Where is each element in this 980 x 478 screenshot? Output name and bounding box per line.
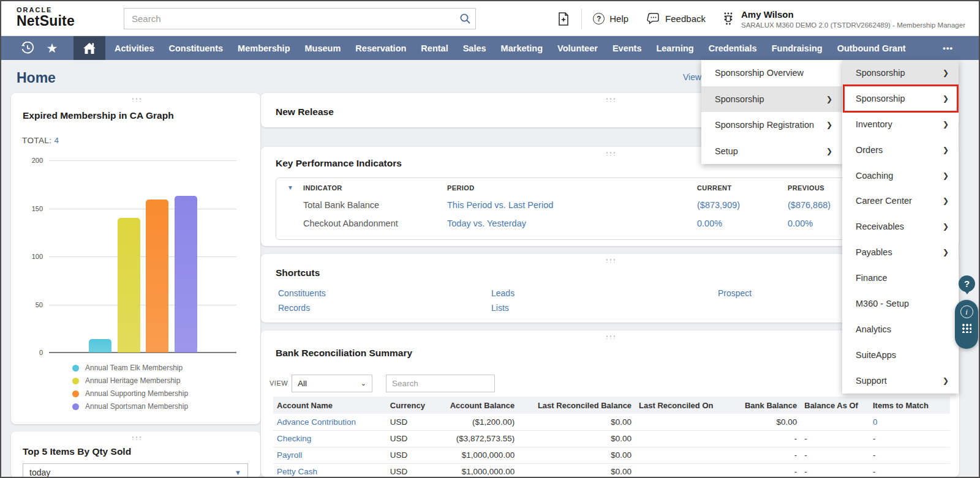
menu-item-coaching[interactable]: Coaching❯ <box>842 163 959 189</box>
recent-records-icon[interactable] <box>18 36 37 60</box>
nav-item-rental[interactable]: Rental <box>421 43 448 53</box>
kpi-current[interactable]: ($873,909) <box>697 200 740 210</box>
menu-item-payables[interactable]: Payables❯ <box>842 239 959 265</box>
menu-item-receivables[interactable]: Receivables❯ <box>842 214 959 239</box>
nav-item-constituents[interactable]: Constituents <box>168 43 223 53</box>
menu-item-finance[interactable]: Finance <box>842 265 959 291</box>
menu-item-sponsorship-registration[interactable]: Sponsorship Registration❯ <box>701 112 842 138</box>
kpi-previous[interactable]: 0.00% <box>788 218 813 228</box>
menu-item-support[interactable]: Support❯ <box>842 368 959 394</box>
view-link[interactable]: View <box>683 72 701 82</box>
table-row: Advance Contribution USD ($1,200.00) $0.… <box>273 414 950 430</box>
shortcut-constituents[interactable]: Constituents <box>278 288 326 298</box>
menu-item-m360-setup[interactable]: M360 - Setup <box>842 291 959 316</box>
col-last-reconciled-balance[interactable]: Last Reconciled Balance <box>518 397 635 414</box>
nav-more-icon[interactable]: ••• <box>943 36 953 60</box>
account-link[interactable]: Checking <box>273 430 386 447</box>
col-account-balance[interactable]: Account Balance <box>439 397 518 414</box>
menu-item-suiteapps[interactable]: SuiteApps <box>842 342 959 368</box>
col-last-reconciled-on[interactable]: Last Reconciled On <box>635 397 728 414</box>
nav-item-museum[interactable]: Museum <box>305 43 341 53</box>
feedback-label: Feedback <box>665 13 706 24</box>
items-to-match-link[interactable]: 0 <box>869 414 950 430</box>
nav-item-credentials[interactable]: Credentials <box>709 43 757 53</box>
nav-item-activities[interactable]: Activities <box>115 43 154 53</box>
table-row: Petty Cash USD $1,000,000.00 $0.00 - - - <box>273 463 950 477</box>
menu-item-sponsorship[interactable]: Sponsorship❯ <box>842 60 959 86</box>
feedback-button[interactable]: Feedback <box>647 13 706 25</box>
shortcut-lists[interactable]: Lists <box>491 303 509 313</box>
guided-help-icon[interactable]: ? <box>959 275 975 292</box>
search-icon[interactable] <box>454 13 475 24</box>
kpi-period[interactable]: This Period vs. Last Period <box>447 200 553 210</box>
legend-label: Annual Supporting Membership <box>85 389 188 398</box>
user-name: Amy Wilson <box>741 9 965 20</box>
bank-search-input[interactable] <box>386 375 495 392</box>
new-release-title: New Release <box>276 106 334 118</box>
bank-view-select[interactable]: All ⌄ <box>292 375 372 392</box>
top5-items-panel: Top 5 Items By Qty Sold today ▼ <box>11 431 260 478</box>
col-items-to-match[interactable]: Items to Match <box>869 397 950 414</box>
nav-item-learning[interactable]: Learning <box>656 43 693 53</box>
menu-item-sponsorship-overview[interactable]: Sponsorship Overview <box>701 60 842 86</box>
user-menu[interactable]: Amy Wilson SARALUX M360 DEMO 2.0 (TSTDRV… <box>741 9 965 29</box>
shortcuts-star-icon[interactable]: ★ <box>43 36 61 60</box>
nav-item-membership[interactable]: Membership <box>238 43 290 53</box>
col-account-name[interactable]: Account Name <box>273 397 386 414</box>
account-link[interactable]: Payroll <box>273 447 386 463</box>
kpi-current[interactable]: 0.00% <box>697 218 722 228</box>
col-currency[interactable]: Currency <box>386 397 439 414</box>
roles-icon[interactable] <box>722 12 735 26</box>
shortcut-records[interactable]: Records <box>278 303 310 313</box>
collapse-arrow-icon[interactable]: ▼ <box>287 184 293 191</box>
nav-item-fundraising[interactable]: Fundraising <box>772 43 823 53</box>
kpi-period[interactable]: Today vs. Yesterday <box>447 218 526 228</box>
feedback-icon <box>647 13 660 25</box>
drag-handle-icon[interactable] <box>605 335 615 339</box>
chevron-down-icon: ▼ <box>235 469 241 476</box>
nav-item-events[interactable]: Events <box>612 43 642 53</box>
help-label: Help <box>609 13 628 24</box>
drag-handle-icon[interactable] <box>605 97 615 102</box>
search-input[interactable] <box>124 13 454 24</box>
nav-item-marketing[interactable]: Marketing <box>501 43 543 53</box>
drag-handle-icon[interactable] <box>605 258 615 263</box>
bar-Annual Team Elk Membership[interactable] <box>89 339 111 353</box>
menu-item-career-center[interactable]: Career Center❯ <box>842 188 959 214</box>
top5-range-select[interactable]: today ▼ <box>23 463 248 478</box>
help-menu[interactable]: ? Help <box>593 13 628 24</box>
menu-item-analytics[interactable]: Analytics <box>842 316 959 342</box>
nav-item-volunteer[interactable]: Volunteer <box>557 43 598 53</box>
account-link[interactable]: Advance Contribution <box>273 414 386 430</box>
nav-item-sales[interactable]: Sales <box>463 43 486 53</box>
nav-item-outbound-grant[interactable]: Outbound Grant <box>837 43 906 53</box>
kpi-indicator: Total Bank Balance <box>303 200 379 210</box>
drag-handle-icon[interactable] <box>605 151 615 155</box>
header-divider <box>581 9 582 29</box>
info-icon[interactable]: i <box>960 305 973 318</box>
bar-Annual Heritage Membership[interactable] <box>118 218 140 353</box>
menu-item-sponsorship[interactable]: Sponsorship❯ <box>701 86 842 113</box>
nav-item-reservation[interactable]: Reservation <box>355 43 406 53</box>
drag-handle-icon[interactable] <box>131 436 141 440</box>
col-balance-as-of[interactable]: Balance As Of <box>801 397 869 414</box>
bar-Annual Supporting Membership[interactable] <box>146 200 168 353</box>
account-link[interactable]: Petty Cash <box>273 463 386 477</box>
apps-grid-icon[interactable] <box>962 323 971 333</box>
assistant-widget[interactable]: i <box>955 300 978 349</box>
menu-item-inventory[interactable]: Inventory❯ <box>842 111 959 137</box>
bar-Annual Sportsman Membership[interactable] <box>175 196 197 353</box>
legend-item: Annual Sportsman Membership <box>72 402 188 411</box>
global-search[interactable] <box>124 8 476 29</box>
shortcut-prospect[interactable]: Prospect <box>718 288 752 298</box>
kpi-previous[interactable]: ($876,868) <box>788 200 831 210</box>
menu-item-setup[interactable]: Setup❯ <box>701 138 842 165</box>
quick-add-icon[interactable] <box>557 12 570 26</box>
home-icon[interactable] <box>74 36 105 60</box>
menu-item-orders[interactable]: Orders❯ <box>842 137 959 163</box>
shortcut-leads[interactable]: Leads <box>491 288 514 298</box>
table-row: Payroll USD $1,000,000.00 $0.00 - - - <box>273 447 950 463</box>
col-bank-balance[interactable]: Bank Balance <box>728 397 801 414</box>
user-role: SARALUX M360 DEMO 2.0 (TSTDRV2662489) - … <box>741 21 965 29</box>
legend-dot <box>72 390 79 397</box>
